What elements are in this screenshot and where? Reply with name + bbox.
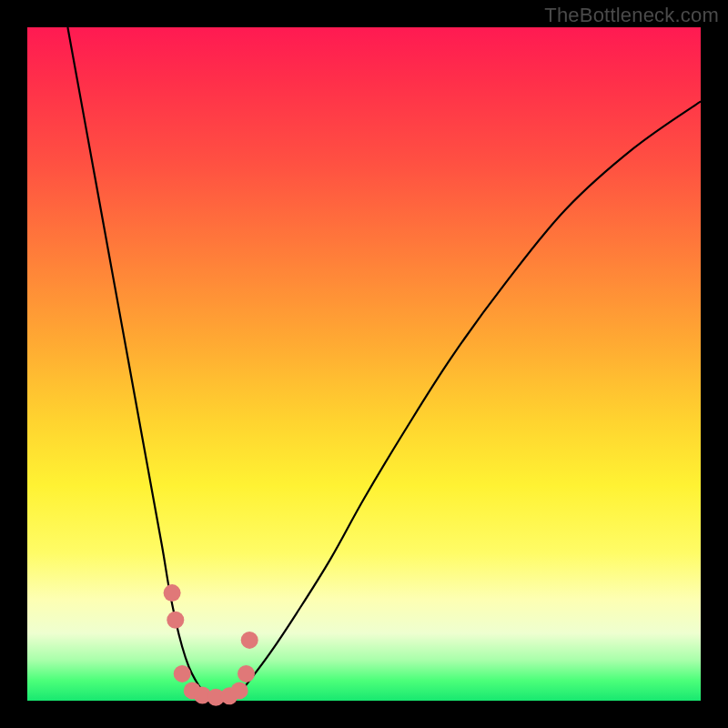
highlight-dot xyxy=(164,584,181,602)
highlight-dot xyxy=(174,665,191,682)
highlight-dots xyxy=(164,584,258,706)
plot-area xyxy=(27,27,701,701)
curve-layer xyxy=(27,27,701,701)
highlight-dot xyxy=(167,612,184,629)
watermark-text: TheBottleneck.com xyxy=(544,4,719,27)
curve-right-branch xyxy=(236,101,701,697)
curve-left-branch xyxy=(67,27,208,697)
chart-frame: TheBottleneck.com xyxy=(0,0,728,728)
highlight-dot xyxy=(238,665,255,682)
highlight-dot xyxy=(241,632,258,649)
highlight-dot xyxy=(231,682,248,699)
